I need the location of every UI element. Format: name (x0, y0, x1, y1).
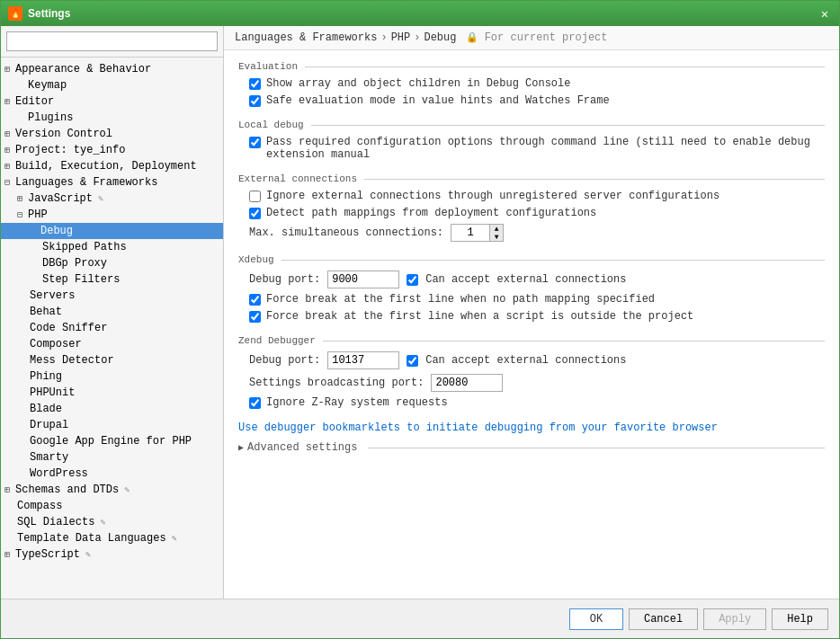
pass-required-checkbox[interactable] (249, 137, 261, 148)
xdebug-port-input[interactable] (327, 271, 399, 288)
spinner-down-button[interactable]: ▼ (490, 233, 503, 241)
sidebar-item-blade[interactable]: Blade (1, 401, 223, 417)
breadcrumb-part1: Languages & Frameworks (235, 31, 377, 44)
expand-icon: ⊞ (4, 549, 13, 560)
sidebar-item-label: WordPress (30, 467, 88, 480)
sidebar-item-plugins[interactable]: Plugins (1, 110, 223, 126)
sidebar-item-label: Plugins (28, 111, 73, 124)
sidebar-item-label: Languages & Frameworks (15, 176, 157, 189)
sidebar-item-keymap[interactable]: Keymap (1, 77, 223, 93)
sidebar-item-google-app[interactable]: Google App Engine for PHP (1, 433, 223, 449)
max-connections-input[interactable] (451, 224, 490, 242)
sidebar-item-label: DBGp Proxy (42, 257, 107, 270)
sidebar-item-debug[interactable]: Debug (1, 223, 223, 239)
sidebar-item-phpunit[interactable]: PHPUnit (1, 385, 223, 401)
sidebar-item-drupal[interactable]: Drupal (1, 417, 223, 433)
sidebar-item-project[interactable]: ⊞ Project: tye_info (1, 142, 223, 158)
sidebar-item-label: Appearance & Behavior (15, 63, 151, 75)
help-button[interactable]: Help (772, 608, 828, 630)
expand-icon: ⊞ (4, 484, 13, 495)
expand-icon: ⊞ (4, 64, 13, 75)
sidebar-item-php[interactable]: ⊟ PHP (1, 207, 223, 223)
sidebar-item-label: Smarty (30, 451, 68, 464)
sidebar-item-label: Version Control (15, 128, 112, 140)
sidebar-item-template[interactable]: Template Data Languages ✎ (1, 530, 223, 546)
sidebar-item-version-control[interactable]: ⊞ Version Control (1, 126, 223, 142)
edit-icon: ✎ (100, 517, 105, 528)
sidebar-item-schemas[interactable]: ⊞ Schemas and DTDs ✎ (1, 482, 223, 498)
advanced-arrow-icon: ▶ (238, 442, 244, 453)
pass-required-label: Pass required configuration options thro… (266, 136, 825, 161)
sidebar-item-appearance[interactable]: ⊞ Appearance & Behavior (1, 61, 223, 77)
ignore-zray-checkbox[interactable] (249, 397, 261, 409)
bookmarklet-link[interactable]: Use debugger bookmarklets to initiate de… (238, 422, 718, 434)
main-content: ⊞ Appearance & Behavior Keymap ⊞ Editor … (1, 26, 839, 599)
footer: OK Cancel Apply Help (1, 599, 839, 638)
force-break1-row: Force break at the first line when no pa… (249, 293, 825, 306)
sidebar-item-wordpress[interactable]: WordPress (1, 466, 223, 482)
sidebar-item-editor[interactable]: ⊞ Editor (1, 93, 223, 110)
sidebar-item-label: Keymap (28, 79, 67, 92)
expand-icon: ⊞ (4, 161, 13, 172)
evaluation-label: Evaluation (238, 61, 305, 72)
xdebug-port-label: Debug port: (249, 273, 320, 286)
sidebar-item-compass[interactable]: Compass (1, 498, 223, 514)
detect-path-checkbox[interactable] (249, 208, 261, 219)
sidebar-item-code-sniffer[interactable]: Code Sniffer (1, 320, 223, 336)
force-break1-checkbox[interactable] (249, 294, 261, 306)
broadcast-port-input[interactable] (431, 374, 503, 392)
expand-icon: ⊟ (4, 177, 13, 188)
breadcrumb-project: 🔒 For current project (460, 31, 607, 44)
spinner-buttons: ▲ ▼ (490, 224, 504, 242)
expand-icon: ⊞ (17, 193, 26, 204)
app-icon: 🔥 (8, 6, 22, 21)
breadcrumb-part3: Debug (424, 31, 456, 44)
sidebar-item-step-filters[interactable]: Step Filters (1, 271, 223, 288)
close-button[interactable]: ✕ (818, 6, 832, 21)
sidebar-item-label: Compass (17, 500, 62, 512)
sidebar-item-label: Skipped Paths (42, 241, 127, 253)
external-connections-section: External connections Ignore external con… (238, 173, 825, 242)
apply-button[interactable]: Apply (703, 608, 766, 630)
sidebar-item-typescript[interactable]: ⊞ TypeScript ✎ (1, 546, 223, 563)
title-bar: 🔥 Settings ✕ (1, 1, 839, 26)
ignore-external-checkbox[interactable] (249, 191, 261, 202)
settings-window: 🔥 Settings ✕ ⊞ Appearance & Behavior Key… (0, 0, 840, 639)
zend-debugger-section: Zend Debugger Debug port: Can accept ext… (238, 335, 825, 409)
sidebar-item-dbgp-proxy[interactable]: DBGp Proxy (1, 255, 223, 271)
sidebar-item-label: Step Filters (42, 273, 120, 286)
show-array-row: Show array and object children in Debug … (249, 77, 825, 90)
ok-button[interactable]: OK (569, 608, 623, 630)
sidebar-item-label: PHPUnit (30, 386, 75, 399)
advanced-settings-row[interactable]: ▶ Advanced settings (238, 441, 825, 454)
expand-icon: ⊞ (4, 145, 13, 155)
cancel-button[interactable]: Cancel (629, 608, 698, 630)
spinner-up-button[interactable]: ▲ (490, 225, 503, 233)
force-break2-checkbox[interactable] (249, 311, 261, 323)
edit-icon: ✎ (85, 549, 91, 560)
ignore-external-label: Ignore external connections through unre… (266, 190, 719, 202)
xdebug-can-accept-checkbox[interactable] (407, 274, 418, 286)
evaluation-section: Evaluation Show array and object childre… (238, 61, 825, 107)
show-array-checkbox[interactable] (249, 78, 261, 90)
sidebar-item-label: Google App Engine for PHP (30, 435, 192, 448)
sidebar-item-phing[interactable]: Phing (1, 368, 223, 385)
sidebar-item-composer[interactable]: Composer (1, 336, 223, 352)
safe-eval-checkbox[interactable] (249, 95, 261, 107)
sidebar-item-smarty[interactable]: Smarty (1, 449, 223, 466)
search-input[interactable] (6, 31, 218, 51)
sidebar-item-behat[interactable]: Behat (1, 304, 223, 320)
zend-can-accept-checkbox[interactable] (407, 355, 418, 367)
sidebar-item-servers[interactable]: Servers (1, 288, 223, 304)
expand-icon: ⊞ (4, 129, 13, 139)
local-debug-section: Local debug Pass required configuration … (238, 120, 825, 161)
sidebar-item-mess-detector[interactable]: Mess Detector (1, 352, 223, 368)
sidebar-item-skipped-paths[interactable]: Skipped Paths (1, 239, 223, 255)
zend-port-input[interactable] (327, 351, 399, 369)
sidebar-item-label: Code Sniffer (30, 322, 107, 334)
sidebar-item-javascript[interactable]: ⊞ JavaScript ✎ (1, 191, 223, 207)
sidebar-item-languages[interactable]: ⊟ Languages & Frameworks (1, 174, 223, 191)
sidebar-item-build[interactable]: ⊞ Build, Execution, Deployment (1, 158, 223, 174)
force-break2-label: Force break at the first line when a scr… (266, 310, 693, 323)
sidebar-item-sql-dialects[interactable]: SQL Dialects ✎ (1, 514, 223, 530)
